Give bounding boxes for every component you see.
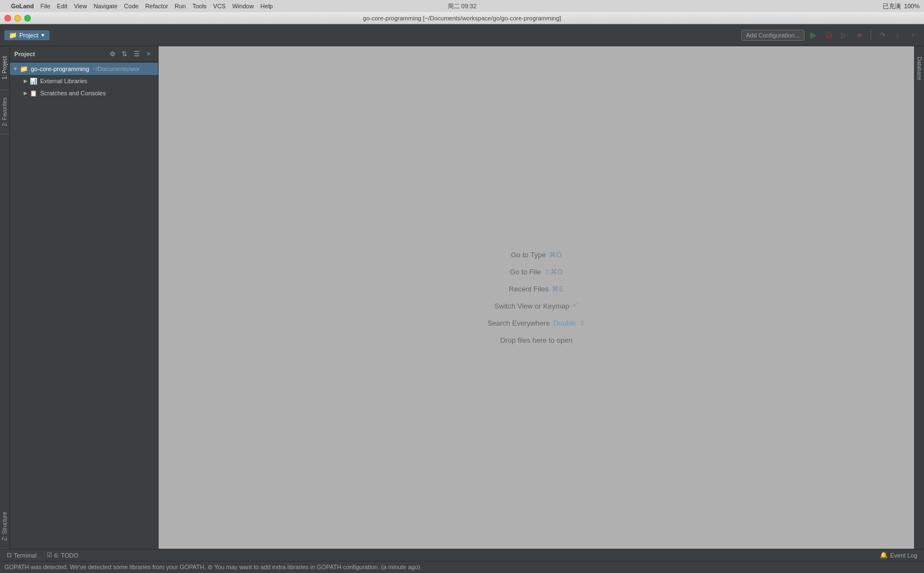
root-arrow: ▼ (12, 66, 19, 72)
search-everywhere-text: Search Everywhere (487, 319, 550, 327)
step-over-button[interactable]: ↷ (876, 29, 889, 42)
scratches-arrow: ▶ (22, 90, 29, 96)
todo-icon: ☑ (47, 552, 52, 559)
switch-view-shortcut: ^` (573, 302, 578, 310)
terminal-tab[interactable]: ⊡ Terminal (2, 550, 41, 560)
run-icon: ▶ (810, 30, 817, 40)
system-topbar: GoLand File Edit View Navigate Code Refa… (0, 0, 924, 12)
add-configuration-button[interactable]: Add Configuration... (741, 30, 805, 41)
refactor-menu[interactable]: Refactor (145, 3, 169, 9)
ext-libs-label: External Libraries (40, 78, 88, 84)
root-folder-icon: 📁 (20, 65, 28, 73)
left-vertical-strip: 1: Project 2: Favorites Z: Structure (0, 46, 10, 549)
project-selector-label: Project (19, 32, 38, 39)
panel-header: Project ⚙ ⇅ ☰ × (10, 46, 158, 62)
window-title: go-core-programming [~/Documents/workspa… (363, 15, 561, 21)
panel-title: Project (14, 51, 105, 57)
panel-settings-icon[interactable]: ⚙ (107, 49, 117, 59)
main-layout: 1: Project 2: Favorites Z: Structure Pro… (0, 46, 924, 549)
database-tab[interactable]: Database (916, 46, 922, 90)
window-menu[interactable]: Window (232, 3, 254, 9)
goto-file-shortcut: ⇧⌘O (544, 268, 563, 276)
coverage-icon: ▷ (841, 31, 847, 39)
event-log-label: Event Log (890, 552, 917, 559)
run-button[interactable]: ▶ (807, 29, 820, 42)
todo-label: 6: TODO (55, 552, 79, 559)
recent-files-shortcut: ⌘E (552, 285, 564, 293)
project-tab-label: 1: Project (2, 56, 8, 79)
step-out-button[interactable]: ↑ (906, 29, 920, 42)
project-tree: ▼ 📁 go-core-programming ~/Documents/wor … (10, 62, 158, 549)
run-menu[interactable]: Run (175, 3, 186, 9)
terminal-icon: ⊡ (7, 552, 12, 559)
database-tab-label: Database (916, 57, 922, 80)
recent-files-text: Recent Files (509, 285, 548, 293)
scratches-icon: 📋 (30, 90, 37, 97)
navigate-menu[interactable]: Navigate (94, 3, 117, 9)
hint-search-everywhere: Search Everywhere Double ⇧ (487, 319, 585, 327)
help-menu[interactable]: Help (260, 3, 273, 9)
scratches-label: Scratches and Consoles (40, 90, 106, 96)
hint-recent-files: Recent Files ⌘E (509, 285, 564, 293)
battery-pct: 100% (904, 3, 920, 9)
vcs-menu[interactable]: VCS (213, 3, 226, 9)
ext-libs-icon: 📊 (30, 78, 37, 85)
tree-item-root[interactable]: ▼ 📁 go-core-programming ~/Documents/wor (10, 63, 158, 75)
main-toolbar: 📁 Project ▼ Add Configuration... ▶ 🐞 ▷ ■… (0, 24, 924, 46)
favorites-tab-label: 2: Favorites (2, 98, 8, 126)
drop-files-text: Drop files here to open (500, 336, 573, 344)
window-titlebar: go-core-programming [~/Documents/workspa… (0, 12, 924, 24)
favorites-vertical-tab[interactable]: 2: Favorites (0, 90, 9, 134)
hint-goto-file: Go to File ⇧⌘O (510, 268, 563, 276)
step-into-button[interactable]: ↓ (891, 29, 904, 42)
project-selector[interactable]: 📁 Project ▼ (4, 30, 50, 40)
panel-gear-icon[interactable]: ☰ (132, 49, 142, 59)
root-label: go-core-programming (31, 66, 89, 72)
goto-type-text: Go to Type (511, 251, 546, 259)
step-over-icon: ↷ (879, 31, 885, 39)
structure-tab-label: Z: Structure (2, 512, 8, 540)
todo-tab[interactable]: ☑ 6: TODO (42, 550, 83, 560)
toolbar-separator (871, 30, 871, 41)
debug-icon: 🐞 (824, 31, 833, 39)
goto-type-shortcut: ⌘O (549, 251, 562, 259)
coverage-button[interactable]: ▷ (838, 29, 851, 42)
edit-menu[interactable]: Edit (57, 3, 67, 9)
minimize-button[interactable] (14, 15, 21, 21)
hint-goto-type: Go to Type ⌘O (511, 251, 562, 259)
goland-menu[interactable]: GoLand (11, 3, 34, 9)
status-bar: GOPATH was detected. We've detected some… (0, 561, 924, 573)
right-vertical-strip: Database (914, 46, 924, 549)
code-menu[interactable]: Code (124, 3, 138, 9)
close-button[interactable] (4, 15, 11, 21)
traffic-lights[interactable] (0, 15, 31, 21)
goto-file-text: Go to File (510, 268, 541, 276)
event-log-tab[interactable]: 🔔 Event Log (876, 550, 922, 560)
project-folder-icon: 📁 (9, 31, 17, 39)
battery-status: 已充满 (883, 2, 901, 10)
tree-item-external-libs[interactable]: ▶ 📊 External Libraries (10, 75, 158, 87)
project-panel: Project ⚙ ⇅ ☰ × ▼ 📁 go-core-programming … (10, 46, 159, 549)
file-menu[interactable]: File (41, 3, 51, 9)
event-log-icon: 🔔 (880, 552, 888, 559)
switch-view-text: Switch View or Keymap (494, 302, 569, 310)
bottom-tabs: ⊡ Terminal ☑ 6: TODO 🔔 Event Log (0, 549, 924, 561)
structure-vertical-tab[interactable]: Z: Structure (0, 505, 9, 549)
panel-sort-icon[interactable]: ⇅ (119, 49, 129, 59)
tools-menu[interactable]: Tools (192, 3, 206, 9)
tree-item-scratches[interactable]: ▶ 📋 Scratches and Consoles (10, 87, 158, 99)
hint-switch-view: Switch View or Keymap ^` (494, 302, 579, 310)
stop-button[interactable]: ■ (853, 29, 866, 42)
terminal-label: Terminal (14, 552, 37, 559)
panel-close-icon[interactable]: × (144, 49, 154, 59)
view-menu[interactable]: View (74, 3, 87, 9)
search-everywhere-link[interactable]: Double (553, 319, 576, 327)
maximize-button[interactable] (24, 15, 31, 21)
project-vertical-tab[interactable]: 1: Project (0, 46, 9, 90)
ext-libs-arrow: ▶ (22, 78, 29, 84)
hint-drop-files: Drop files here to open (500, 336, 573, 344)
step-out-icon: ↑ (911, 31, 915, 39)
debug-button[interactable]: 🐞 (822, 29, 835, 42)
system-tray: 已充满 100% (883, 2, 920, 10)
search-everywhere-shortcut: ⇧ (579, 319, 585, 327)
